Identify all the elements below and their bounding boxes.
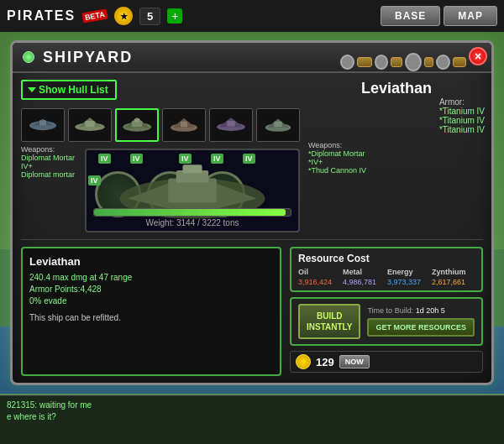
top-bar: PIRATES BETA ★ 5 + BASE MAP	[0, 0, 504, 32]
ship-silhouette-4	[167, 112, 201, 138]
add-score-button[interactable]: +	[167, 8, 182, 24]
close-button[interactable]: ×	[469, 47, 487, 65]
stat-evade: 0% evade	[29, 296, 273, 306]
armor-item-3: *Titanium IV	[439, 125, 485, 134]
svg-rect-12	[181, 122, 187, 127]
time-label: Time to Build:	[367, 306, 413, 315]
time-value: 1d 20h 5	[416, 306, 445, 315]
chat-line-2: e where is it?	[7, 411, 497, 423]
hull-dropdown-row: Show Hull List	[21, 80, 300, 105]
armor-area: Armor: *Titanium IV *Titanium IV *Titani…	[308, 97, 485, 134]
weapon-left-3: Diplomat mortar	[21, 170, 80, 179]
weapon-right-2: *IV+	[308, 158, 485, 166]
armor-list: Armor: *Titanium IV *Titanium IV *Titani…	[439, 97, 485, 134]
ship-thumbnails	[21, 108, 300, 142]
ship-thumb-5[interactable]	[209, 108, 253, 142]
divider	[21, 239, 483, 240]
stat-armor: Armor Points:4,428	[29, 285, 273, 294]
weight-bar-bg	[93, 208, 291, 217]
resource-value-metal: 4,986,781	[343, 278, 386, 286]
ship-silhouette-3	[121, 113, 153, 138]
now-button[interactable]: NOW	[339, 355, 370, 368]
ship-thumb-2[interactable]	[68, 108, 112, 142]
iv-badge-4: IV	[211, 154, 223, 164]
chat-line-1-text: 821315: waiting for me	[7, 400, 92, 410]
pipe-segment-2	[391, 57, 402, 67]
svg-rect-18	[274, 122, 282, 127]
resource-header-energy: Energy	[387, 268, 430, 276]
beta-badge: BETA	[81, 8, 108, 23]
build-right: Time to Build: 1d 20h 5 GET MORE RESOURC…	[367, 306, 475, 337]
ship-thumb-4[interactable]	[162, 108, 206, 142]
weapons-right-title: Weapons:	[308, 141, 485, 149]
weight-bar-area: Weight: 3144 / 3222 tons	[93, 208, 291, 227]
iv-badge-1: IV	[98, 154, 111, 164]
score-display: 5	[139, 8, 160, 25]
armor-item-1: *Titanium IV	[439, 107, 485, 116]
dropdown-triangle-icon	[28, 87, 36, 92]
weapon-left-2: IV+	[21, 162, 80, 170]
resource-cost-title: Resource Cost	[298, 253, 475, 264]
gear-icon-3	[405, 53, 422, 71]
status-indicator	[23, 51, 34, 63]
hull-list-label: Show Hull List	[39, 84, 108, 96]
base-nav-button[interactable]: BASE	[381, 6, 440, 26]
build-cost-number: 129	[316, 356, 334, 368]
svg-rect-5	[85, 121, 94, 127]
stat-note: This ship can be refitted.	[29, 313, 273, 322]
game-logo: PIRATES	[7, 8, 76, 24]
resource-header-metal: Metal	[343, 268, 386, 276]
top-bar-left: PIRATES BETA ★ 5 +	[7, 7, 182, 25]
ship-silhouette-1	[26, 112, 60, 138]
resource-cost-box: Resource Cost Oil Metal Energy Zynthium …	[290, 247, 483, 292]
svg-rect-23	[182, 165, 202, 173]
gear-icon	[340, 55, 354, 70]
build-area: BUILD INSTANTLY Time to Build: 1d 20h 5 …	[290, 297, 483, 346]
ship-thumb-6[interactable]	[256, 108, 300, 142]
gear-icon-2	[375, 55, 389, 70]
coin-icon	[296, 354, 311, 369]
pipe-segment	[357, 57, 372, 67]
gear-icon-4	[436, 55, 450, 70]
ship-thumb-3[interactable]	[115, 108, 159, 142]
pipe-segment-4	[453, 57, 466, 67]
resource-header-oil: Oil	[298, 268, 341, 276]
iv-badge-5: IV	[243, 154, 255, 164]
stats-ship-name: Leviathan	[29, 255, 273, 268]
weapon-left-1: Diplomat Mortar	[21, 154, 80, 162]
resource-value-zynthium: 2,617,661	[432, 278, 475, 286]
weapon-right-1: *Diplomat Mortar	[308, 149, 485, 158]
modal-title: SHIPYARD	[43, 49, 133, 66]
resource-value-oil: 3,916,424	[298, 278, 341, 286]
ship-stats-panel: Leviathan 240.4 max dmg at 47 range Armo…	[21, 247, 281, 376]
resource-header-zynthium: Zynthium	[432, 268, 475, 276]
weapons-left-title: Weapons:	[21, 145, 80, 154]
map-nav-button[interactable]: MAP	[444, 6, 497, 26]
ship-silhouette-5	[214, 112, 248, 138]
build-cost-row: 129 NOW	[290, 351, 483, 373]
top-bar-right: BASE MAP	[381, 6, 497, 26]
resource-panel: Resource Cost Oil Metal Energy Zynthium …	[290, 247, 483, 376]
iv-badge-2: IV	[130, 154, 143, 164]
ship-info-area: Leviathan Armor: *Titanium IV *Titanium …	[308, 80, 485, 232]
weight-bar-fill	[94, 209, 286, 216]
armor-title: Armor:	[439, 97, 485, 107]
stat-dmg: 240.4 max dmg at 47 range	[29, 273, 273, 282]
hull-list-button[interactable]: Show Hull List	[21, 80, 117, 100]
svg-rect-2	[39, 120, 46, 125]
weight-label: Weight: 3144 / 3222 tons	[93, 218, 291, 227]
chat-area: 821315: waiting for me e where is it?	[0, 395, 504, 444]
ship-name-header: Leviathan	[361, 80, 432, 97]
chat-line-2-text: e where is it?	[7, 412, 56, 421]
ship-thumb-1[interactable]	[21, 108, 65, 142]
modal-content: Show Hull List	[13, 73, 491, 383]
resource-value-energy: 3,973,337	[387, 278, 430, 286]
time-to-build: Time to Build: 1d 20h 5	[367, 306, 475, 315]
iv-badge-3: IV	[179, 154, 192, 164]
hull-area: Show Hull List	[21, 80, 300, 232]
iv-badge-6: IV	[88, 175, 101, 185]
get-more-resources-button[interactable]: GET MORE RESOURCES	[367, 318, 475, 337]
build-instantly-button[interactable]: BUILD INSTANTLY	[298, 304, 360, 339]
shipyard-modal: × SHIPYARD Show Hull List	[10, 40, 494, 385]
gold-icon: ★	[114, 7, 133, 25]
